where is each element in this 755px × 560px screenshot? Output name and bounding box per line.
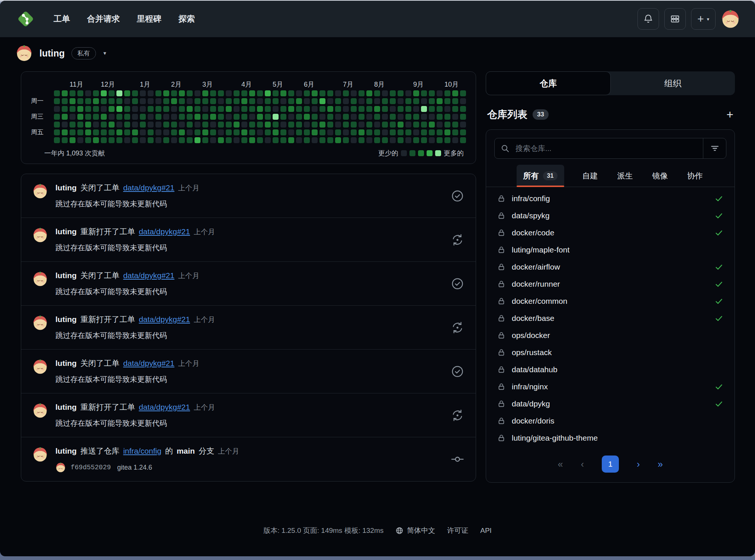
- contribution-cell: [171, 122, 177, 128]
- filter-collaborative[interactable]: 协作: [685, 165, 704, 187]
- page-next-button[interactable]: ›: [637, 459, 640, 470]
- feed-target-link[interactable]: data/dpykg#21: [139, 315, 190, 324]
- page-prev-button[interactable]: ‹: [581, 459, 584, 470]
- filter-all[interactable]: 所有31: [517, 165, 565, 187]
- page-current-button[interactable]: 1: [602, 456, 619, 473]
- page-last-button[interactable]: »: [658, 459, 663, 470]
- contribution-cell: [195, 98, 200, 104]
- repo-row[interactable]: data/spykg: [486, 207, 735, 224]
- contribution-cell: [202, 122, 208, 128]
- repo-link[interactable]: docker/doris: [512, 416, 554, 425]
- feed-user-link[interactable]: luting: [55, 403, 77, 412]
- feed-user-link[interactable]: luting: [55, 359, 77, 368]
- nav-pull-requests[interactable]: 合并请求: [87, 13, 120, 25]
- actor-avatar[interactable]: [32, 403, 48, 418]
- actor-avatar[interactable]: [32, 183, 48, 199]
- contribution-cell: [398, 90, 404, 96]
- footer-language-link[interactable]: 简体中文: [395, 526, 435, 535]
- repo-link[interactable]: docker/airflow: [512, 263, 560, 271]
- repo-link[interactable]: luting/maple-font: [512, 245, 569, 254]
- profile-avatar[interactable]: [16, 45, 33, 62]
- actor-avatar[interactable]: [32, 359, 48, 374]
- footer-api-link[interactable]: API: [480, 526, 492, 535]
- repo-row[interactable]: docker/airflow: [486, 258, 735, 276]
- nav-issues[interactable]: 工单: [54, 13, 70, 25]
- repo-link[interactable]: infra/nginx: [512, 382, 548, 391]
- legend-swatch: [427, 150, 433, 156]
- repo-row[interactable]: luting/maple-font: [486, 241, 735, 258]
- repo-link[interactable]: data/dpykg: [512, 399, 550, 408]
- contribution-cell: [444, 122, 450, 128]
- repo-search-input[interactable]: [515, 144, 703, 153]
- gitea-logo-icon[interactable]: [15, 8, 36, 30]
- contribution-cell: [62, 106, 68, 112]
- feed-target-link[interactable]: data/dpykg#21: [123, 359, 174, 368]
- user-avatar[interactable]: [721, 9, 740, 29]
- actor-avatar[interactable]: [32, 227, 48, 243]
- new-repo-button[interactable]: +: [726, 109, 733, 120]
- filter-source[interactable]: 自建: [581, 165, 599, 187]
- repo-row[interactable]: ops/rustack: [486, 344, 735, 361]
- repo-link[interactable]: docker/runner: [512, 280, 560, 289]
- feed-target-link[interactable]: data/dpykg#21: [139, 227, 190, 236]
- repo-filter-button[interactable]: [703, 138, 726, 158]
- heatmap-day-label: [31, 106, 54, 112]
- feed-user-link[interactable]: luting: [55, 271, 77, 280]
- filter-tab-label: 镜像: [652, 171, 668, 181]
- repo-link[interactable]: data/spykg: [512, 211, 550, 220]
- contribution-cell: [327, 137, 333, 143]
- actor-avatar[interactable]: [32, 447, 48, 462]
- footer-license-link[interactable]: 许可证: [447, 526, 468, 535]
- repo-row[interactable]: data/datahub: [486, 361, 735, 378]
- feed-item-title: luting重新打开了工单data/dpykg#21上个月: [55, 402, 443, 412]
- profile-dropdown-caret-icon[interactable]: ▾: [103, 50, 106, 57]
- repo-row[interactable]: infra/config: [486, 190, 735, 207]
- feed-target-link[interactable]: data/dpykg#21: [123, 271, 174, 280]
- filter-mirrors[interactable]: 镜像: [650, 165, 669, 187]
- repo-link[interactable]: docker/base: [512, 314, 554, 323]
- create-new-button[interactable]: + ▾: [691, 8, 716, 30]
- repo-row[interactable]: docker/runner: [486, 276, 735, 293]
- repo-link[interactable]: ops/docker: [512, 331, 550, 340]
- nav-explore[interactable]: 探索: [179, 13, 195, 25]
- notifications-button[interactable]: [637, 8, 659, 30]
- feed-user-link[interactable]: luting: [55, 183, 77, 192]
- page-first-button[interactable]: «: [558, 459, 563, 470]
- committer-avatar[interactable]: [55, 462, 66, 473]
- repo-link[interactable]: infra/config: [512, 194, 550, 203]
- feed-target-link[interactable]: infra/config: [123, 447, 161, 456]
- repo-link[interactable]: data/datahub: [512, 365, 558, 374]
- contribution-cell: [70, 129, 76, 135]
- repo-row[interactable]: ops/docker: [486, 327, 735, 344]
- filter-forks[interactable]: 派生: [616, 165, 634, 187]
- heatmap-day-labels: 周一周三周五: [31, 90, 54, 143]
- repo-row[interactable]: docker/common: [486, 293, 735, 310]
- repo-link[interactable]: luting/gitea-github-theme: [512, 434, 598, 442]
- feed-user-link[interactable]: luting: [55, 315, 77, 324]
- tab-repositories[interactable]: 仓库: [486, 71, 611, 95]
- feed-user-link[interactable]: luting: [55, 227, 77, 236]
- repo-link[interactable]: docker/code: [512, 228, 554, 237]
- commit-sha-link[interactable]: f69d552029: [71, 464, 111, 471]
- repo-row[interactable]: docker/doris: [486, 412, 735, 429]
- contribution-cell: [218, 137, 224, 143]
- repo-row[interactable]: data/dpykg: [486, 395, 735, 412]
- repo-link[interactable]: ops/rustack: [512, 348, 552, 357]
- feed-user-link[interactable]: luting: [55, 447, 77, 456]
- tab-organizations[interactable]: 组织: [611, 71, 735, 95]
- heatmap-body: 周一周三周五: [31, 90, 466, 143]
- actor-avatar[interactable]: [32, 271, 48, 287]
- repo-row[interactable]: docker/code: [486, 224, 735, 241]
- contribution-cell: [101, 98, 107, 104]
- actor-avatar[interactable]: [32, 315, 48, 331]
- repo-row[interactable]: docker/base: [486, 310, 735, 327]
- feed-target-link[interactable]: data/dpykg#21: [123, 183, 174, 192]
- repo-link[interactable]: docker/common: [512, 297, 567, 306]
- repo-row[interactable]: infra/nginx: [486, 378, 735, 395]
- feed-target-link[interactable]: data/dpykg#21: [139, 403, 190, 412]
- contribution-cell: [296, 122, 302, 128]
- nav-milestones[interactable]: 里程碑: [137, 13, 161, 25]
- contribution-cell: [319, 90, 325, 96]
- admin-panel-button[interactable]: [664, 8, 686, 30]
- repo-row[interactable]: luting/gitea-github-theme: [486, 429, 735, 447]
